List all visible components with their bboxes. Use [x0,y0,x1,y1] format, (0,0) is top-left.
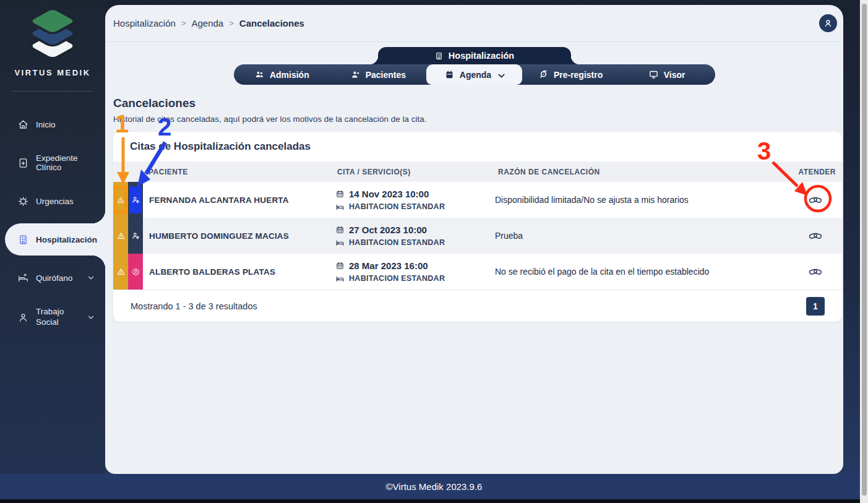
warning-stripe [113,218,128,254]
user-avatar[interactable] [819,14,837,32]
person-icon [823,18,833,28]
sidebar-item-label: Inicio [36,120,56,129]
patient-status-stripe [128,254,143,290]
page-subtitle: Historial de citas canceladas, aquí podr… [113,114,835,124]
column-atender: ATENDER [747,168,842,176]
cancellation-reason: Prueba [492,218,747,254]
tab-label: Visor [664,70,685,80]
appointment-datetime: 27 Oct 2023 10:00 [349,225,427,235]
module-tab-label: Hospitalización [449,51,514,61]
cancellation-reason: No se recibió el pago de la cita en el t… [492,254,747,290]
person-plus-icon [350,69,361,80]
sidebar: VIRTUS MEDIK Inicio Expediente Clínico U… [0,0,105,474]
sidebar-item-inicio[interactable]: Inicio [0,108,105,140]
scrollbar [860,0,868,503]
patient-name: HUMBERTO DOMINGUEZ MACIAS [143,218,332,254]
pagination-bar: Mostrando 1 - 3 de 3 resultados 1 [113,290,842,322]
table-row[interactable]: FERNANDA ALCANTARA HUERTA 14 Nov 2023 10… [113,182,842,218]
patient-status-stripe [128,218,143,254]
person-circle-icon [131,267,140,277]
main-content: Hospitalización > Agenda > Cancelaciones… [105,5,843,474]
atender-handshake-button[interactable] [807,265,823,278]
tab-pacientes[interactable]: Pacientes [330,64,426,85]
appointment-datetime: 14 Nov 2023 10:00 [349,189,429,199]
hospital-bed-icon [335,274,345,283]
tab-hospitalizacion-module[interactable]: Hospitalización [378,47,571,64]
module-tabs: Hospitalización Admisión Pacientes [105,42,843,85]
sidebar-item-hospitalizacion[interactable]: Hospitalización [5,223,105,256]
warning-stripe [113,254,128,290]
warning-triangle-icon [116,196,125,205]
breadcrumb-separator: > [181,19,186,28]
tab-label: Pre-registro [554,70,603,80]
scrollbar-thumb[interactable] [862,4,867,496]
sidebar-item-label: Expediente Clínico [36,153,105,172]
sidebar-item-urgencias[interactable]: Urgencias [0,185,105,217]
tab-label: Agenda [460,70,491,80]
patient-name: FERNANDA ALCANTARA HUERTA [143,182,332,218]
table-row[interactable]: HUMBERTO DOMINGUEZ MACIAS 27 Oct 2023 10… [113,218,842,254]
table-header: PACIENTE CITA / SERVICIO(S) RAZÓN DE CAN… [113,161,842,182]
hospital-building-icon [434,51,444,61]
home-icon [17,119,29,131]
column-razon: RAZÓN DE CANCELACIÓN [492,168,747,176]
breadcrumb-cancelaciones: Cancelaciones [239,18,304,28]
service-name: HABITACION ESTANDAR [349,274,445,283]
breadcrumb-hospitalizacion[interactable]: Hospitalización [113,18,176,28]
handshake-icon [807,193,823,207]
cancellation-reason: Disponibilidad limitada/No se ajusta a m… [492,182,747,218]
sidebar-item-expediente-clinico[interactable]: Expediente Clínico [0,147,105,179]
page-title: Cancelaciones [113,97,835,110]
results-summary: Mostrando 1 - 3 de 3 resultados [131,301,257,311]
virus-icon [17,196,29,207]
person-gear-icon [131,196,140,205]
atender-handshake-button[interactable] [807,229,823,243]
topbar: Hospitalización > Agenda > Cancelaciones [105,5,843,42]
hospital-bed-icon [335,202,345,212]
brand-name: VIRTUS MEDIK [14,68,90,77]
chevron-down-icon [87,273,95,282]
card-title: Citas de Hospitalización canceladas [113,132,842,161]
calendar-icon [335,261,345,270]
calendar-icon [335,225,345,234]
table-row[interactable]: ALBERTO BALDERAS PLATAS 28 Mar 2023 16:0… [113,254,842,290]
window-bottom-edge [0,499,868,503]
service-name: HABITACION ESTANDAR [349,202,445,211]
chevron-down-icon [496,71,504,79]
person-icon [17,312,29,324]
warning-stripe [113,182,128,218]
handshake-icon [807,265,823,278]
column-cita-servicios: CITA / SERVICIO(S) [332,168,492,176]
magnifier-doc-icon [538,69,549,80]
calendar-icon [444,69,455,80]
atender-handshake-button[interactable] [807,193,823,207]
breadcrumb-agenda[interactable]: Agenda [191,18,223,28]
tab-label: Admisión [270,70,309,80]
surgery-bed-icon [17,272,29,284]
page-1-button[interactable]: 1 [806,297,825,316]
tab-pre-registro[interactable]: Pre-registro [522,64,619,85]
column-paciente: PACIENTE [143,168,332,176]
tab-visor[interactable]: Visor [619,64,715,85]
sidebar-item-trabajo-social[interactable]: Trabajo Social [0,299,105,336]
annotation-2-highlight-box [129,186,142,213]
virtus-medik-logo [21,9,84,66]
people-group-icon [254,69,265,80]
hospital-bed-icon [335,238,345,247]
sidebar-item-label: Trabajo Social [36,307,74,328]
warning-triangle-icon [116,267,126,277]
chevron-down-icon [87,313,95,322]
patient-name: ALBERTO BALDERAS PLATAS [143,254,332,290]
annotation-1-highlight-box [114,186,127,213]
document-plus-icon [17,157,29,169]
tab-agenda[interactable]: Agenda [426,64,523,85]
sidebar-item-quirofano[interactable]: Quirófano [0,262,105,294]
service-name: HABITACION ESTANDAR [349,238,445,247]
tab-admision[interactable]: Admisión [234,64,330,85]
breadcrumb: Hospitalización > Agenda > Cancelaciones [113,18,304,28]
app-footer: ©Virtus Medik 2023.9.6 [0,474,868,499]
monitor-icon [648,69,659,80]
hospital-building-icon [17,234,29,246]
tab-label: Pacientes [366,70,406,80]
tab-bar: Admisión Pacientes Agenda [234,64,715,85]
